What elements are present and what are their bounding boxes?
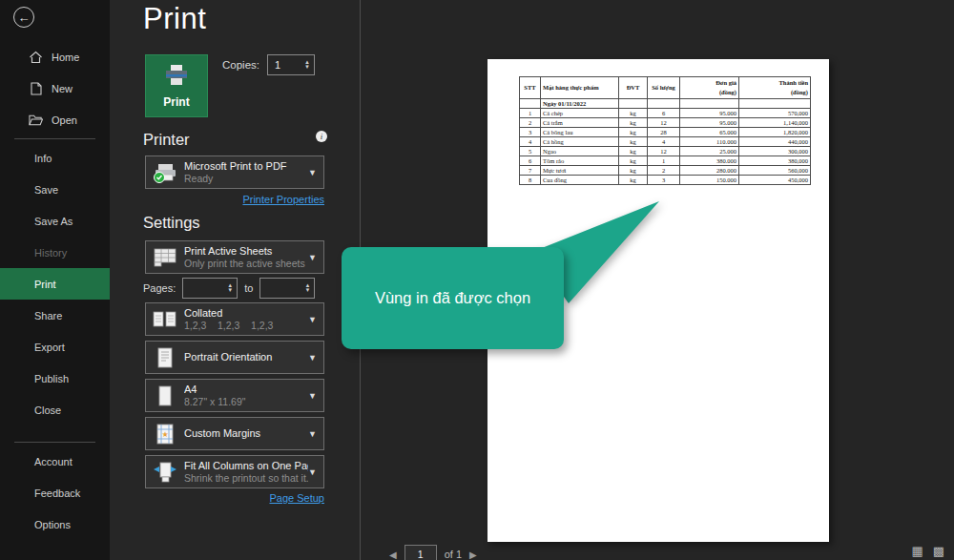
table-cell: 12	[648, 146, 680, 156]
margins-dropdown[interactable]: ★ Custom Margins ▼	[145, 417, 324, 450]
paper-sheet-icon	[146, 385, 184, 406]
page-navigation: ◀ 1 of 1 ▶	[389, 545, 477, 560]
next-page-icon[interactable]: ▶	[469, 550, 477, 560]
table-cell: Tôm rảo	[541, 156, 619, 165]
excel-backstage-print: ← Home New Open Info	[0, 0, 954, 560]
table-cell: 150.000	[680, 175, 739, 184]
table-header-cell: Mặt hàng thực phẩm	[541, 77, 619, 99]
table-cell: 5	[520, 146, 541, 156]
printer-device-icon	[146, 161, 184, 184]
sidebar-divider	[14, 442, 95, 443]
sidebar-item-save[interactable]: Save	[0, 174, 110, 205]
sidebar-item-options[interactable]: Options	[0, 508, 110, 540]
table-cell: 2	[520, 117, 541, 127]
table-cell: 380,000	[739, 156, 811, 165]
table-cell: kg	[619, 136, 648, 146]
table-cell	[520, 98, 541, 108]
table-row: 3Cá bông laukg2865.0001,820,000	[520, 127, 811, 136]
table-row: 2Cá trắmkg1295.0001,140,000	[520, 117, 811, 127]
table-cell: 3	[648, 175, 680, 184]
collation-dropdown[interactable]: Collated 1,2,3 1,2,3 1,2,3 ▼	[145, 302, 324, 336]
page-setup-link[interactable]: Page Setup	[270, 492, 325, 504]
sidebar-item-history[interactable]: History	[0, 237, 110, 268]
table-row: 4Cá hồngkg4110.000440,000	[520, 136, 811, 146]
table-row: 8Cua đồngkg3150.000450,000	[520, 175, 811, 184]
table-cell: Mực tươi	[541, 165, 619, 175]
sidebar-item-save-as[interactable]: Save As	[0, 205, 110, 237]
table-cell: 28	[648, 127, 680, 136]
table-cell: 2	[648, 165, 680, 175]
pages-from-stepper[interactable]: ▲▼	[182, 278, 238, 299]
zoom-to-page-icon[interactable]: ▩	[933, 544, 944, 558]
table-cell: 3	[520, 127, 541, 136]
chevron-down-icon: ▼	[308, 429, 323, 439]
svg-text:★: ★	[161, 429, 168, 438]
chevron-down-icon: ▼	[308, 315, 323, 324]
table-cell: 65.000	[680, 127, 739, 136]
sidebar-item-label: New	[52, 83, 73, 94]
copies-label: Copies:	[222, 59, 259, 71]
sidebar-item-account[interactable]: Account	[0, 446, 110, 477]
table-cell: 440,000	[739, 136, 811, 146]
pages-to-spin-arrows[interactable]: ▲▼	[301, 279, 314, 298]
current-page-input[interactable]: 1	[404, 545, 437, 560]
sidebar-item-close[interactable]: Close	[0, 394, 110, 425]
page-count-label: of 1	[445, 549, 462, 560]
table-header-cell: ĐVT	[619, 77, 648, 99]
sidebar-item-home[interactable]: Home	[0, 41, 110, 73]
callout-bubble: Vùng in đã được chọn	[342, 247, 564, 349]
table-row: 5Ngaokg1225.000300,000	[520, 146, 811, 156]
chevron-down-icon: ▼	[308, 168, 323, 177]
orientation-dropdown[interactable]: Portrait Orientation ▼	[145, 341, 324, 374]
chevron-down-icon: ▼	[308, 467, 323, 477]
table-row: 6Tôm rảokg1380.000380,000	[520, 156, 811, 165]
table-cell: Ngao	[541, 146, 619, 156]
table-cell: 4	[648, 136, 680, 146]
sidebar-item-open[interactable]: Open	[0, 104, 110, 135]
pages-to-stepper[interactable]: ▲▼	[259, 278, 315, 299]
table-cell: 25.000	[680, 146, 739, 156]
table-cell: 570,000	[739, 108, 811, 117]
table-cell: Ngày 01/11/2022	[541, 98, 619, 108]
portrait-page-icon	[146, 347, 184, 368]
sidebar-item-info[interactable]: Info	[0, 142, 110, 174]
sidebar-item-publish[interactable]: Publish	[0, 363, 110, 394]
pages-from-spin-arrows[interactable]: ▲▼	[223, 279, 237, 298]
table-cell: Cá bông lau	[541, 127, 619, 136]
table-row: 1Cá chépkg695.000570,000	[520, 108, 811, 117]
collated-pages-icon	[146, 310, 184, 329]
table-cell: 8	[520, 175, 541, 184]
chevron-down-icon: ▼	[308, 391, 323, 401]
scaling-dropdown[interactable]: Fit All Columns on One Page Shrink the p…	[145, 455, 324, 488]
print-button-label: Print	[163, 95, 189, 109]
previous-page-icon[interactable]: ◀	[389, 550, 397, 560]
back-button[interactable]: ←	[13, 7, 34, 28]
printer-properties-link[interactable]: Printer Properties	[242, 194, 324, 205]
table-cell: kg	[619, 117, 648, 127]
show-margins-icon[interactable]: ▦	[911, 544, 923, 558]
sidebar-item-feedback[interactable]: Feedback	[0, 477, 110, 508]
copies-value: 1	[268, 59, 301, 71]
print-what-dropdown[interactable]: Print Active Sheets Only print the activ…	[145, 240, 324, 274]
print-button[interactable]: Print	[145, 54, 208, 117]
back-arrow-icon: ←	[18, 10, 31, 25]
sidebar-item-share[interactable]: Share	[0, 300, 110, 331]
chevron-down-icon: ▼	[308, 353, 323, 363]
paper-size-dropdown[interactable]: A4 8.27" x 11.69" ▼	[145, 379, 324, 412]
sidebar-item-print[interactable]: Print	[0, 268, 110, 300]
sidebar-item-export[interactable]: Export	[0, 331, 110, 363]
sidebar-item-new[interactable]: New	[0, 73, 110, 104]
sidebar-divider	[14, 138, 95, 139]
sidebar-item-label: Open	[52, 114, 77, 126]
copies-stepper[interactable]: 1 ▲▼	[267, 54, 315, 75]
printer-dropdown[interactable]: Microsoft Print to PDF Ready ▼	[145, 156, 324, 189]
table-cell: 280.000	[680, 165, 739, 175]
table-cell: kg	[619, 127, 648, 136]
copies-spin-arrows[interactable]: ▲▼	[301, 55, 314, 74]
chevron-down-icon: ▼	[308, 253, 323, 262]
table-cell: 560,000	[739, 165, 811, 175]
printer-status: Ready	[184, 173, 308, 184]
info-icon[interactable]: i	[316, 131, 327, 142]
table-cell: 300,000	[739, 146, 811, 156]
table-cell: 7	[520, 165, 541, 175]
